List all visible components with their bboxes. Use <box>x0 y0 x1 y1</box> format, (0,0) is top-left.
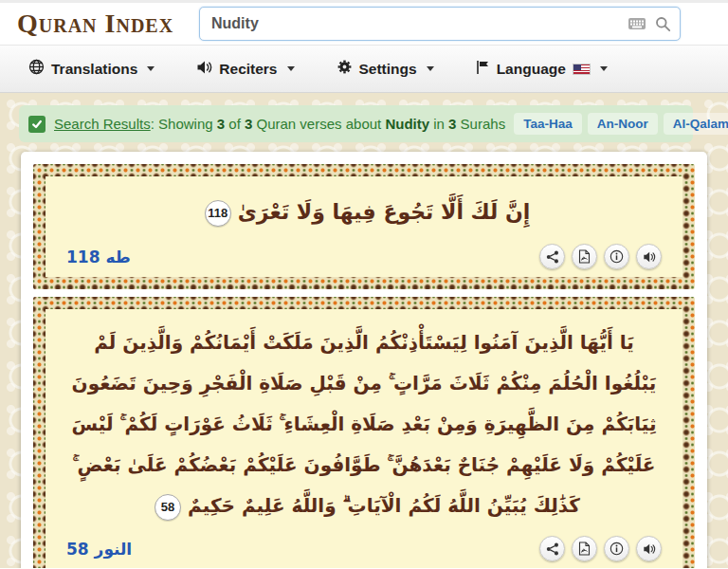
results-container: إِنَّ لَكَ أَلَّا تَجُوعَ فِيهَا وَلَا ت… <box>21 152 707 568</box>
verse-card: إِنَّ لَكَ أَلَّا تَجُوعَ فِيهَا وَلَا ت… <box>33 164 695 289</box>
search-icon[interactable] <box>655 16 671 32</box>
tag-taa-haa[interactable]: Taa-Haa <box>514 113 582 135</box>
search-term: Nudity <box>385 116 429 132</box>
us-flag-icon <box>573 64 591 75</box>
audio-icon[interactable] <box>636 244 662 269</box>
share-icon[interactable] <box>539 244 565 269</box>
verse-arabic: يَا أَيُّهَا الَّذِينَ آمَنُوا لِيَسْتَأ… <box>72 331 657 517</box>
nav-settings-label: Settings <box>359 61 417 78</box>
chevron-down-icon <box>147 66 155 71</box>
gear-icon <box>337 59 353 79</box>
chevron-down-icon <box>427 66 434 71</box>
chevron-down-icon <box>287 66 295 71</box>
tag-an-noor[interactable]: An-Noor <box>588 113 658 135</box>
nav-reciters-label: Reciters <box>219 61 277 78</box>
header: Quran Index <box>0 3 728 46</box>
search-input[interactable] <box>199 7 681 41</box>
search-bar <box>199 7 681 41</box>
pdf-icon[interactable] <box>572 244 597 269</box>
nav-translations-label: Translations <box>51 61 137 78</box>
verse-actions <box>539 536 662 561</box>
nav-translations[interactable]: Translations <box>28 59 155 79</box>
nav-language-label: Language <box>497 61 566 78</box>
globe-icon <box>28 59 45 79</box>
chevron-down-icon <box>600 66 608 71</box>
results-summary: Search Results: Showing 3 of 3 Quran ver… <box>54 116 505 132</box>
page-background: Search Results: Showing 3 of 3 Quran ver… <box>0 93 728 568</box>
surah-tags: Taa-Haa An-Noor Al-Qalam <box>514 113 728 135</box>
verse-arabic: إِنَّ لَكَ أَلَّا تَجُوعَ فِيهَا وَلَا ت… <box>238 200 531 224</box>
info-icon[interactable] <box>604 244 629 269</box>
flag-icon <box>476 60 490 79</box>
checkbox-check-icon <box>28 116 46 133</box>
search-results-banner: Search Results: Showing 3 of 3 Quran ver… <box>19 105 693 142</box>
ayah-number-badge: 118 <box>205 200 231 227</box>
nav-language[interactable]: Language <box>476 60 608 79</box>
audio-icon[interactable] <box>636 536 662 561</box>
tag-al-qalam[interactable]: Al-Qalam <box>664 113 728 135</box>
verse-actions <box>539 244 662 269</box>
verse-card: يَا أَيُّهَا الَّذِينَ آمَنُوا لِيَسْتَأ… <box>33 297 695 568</box>
speaker-icon <box>196 60 212 79</box>
verse-text: إِنَّ لَكَ أَلَّا تَجُوعَ فِيهَا وَلَا ت… <box>66 190 662 234</box>
main-nav: Translations Reciters Settings Language <box>0 46 728 93</box>
surah-reference-link[interactable]: طه 118 <box>66 248 131 266</box>
verse-text: يَا أَيُّهَا الَّذِينَ آمَنُوا لِيَسْتَأ… <box>66 322 662 526</box>
virtual-keyboard-icon[interactable] <box>628 17 646 30</box>
nav-settings[interactable]: Settings <box>337 59 434 79</box>
site-logo[interactable]: Quran Index <box>17 10 173 37</box>
share-icon[interactable] <box>539 536 565 561</box>
ayah-number-badge: 58 <box>155 494 181 521</box>
info-icon[interactable] <box>604 536 629 561</box>
surah-reference-link[interactable]: النور 58 <box>66 540 132 559</box>
pdf-icon[interactable] <box>572 536 597 561</box>
search-results-link[interactable]: Search Results <box>54 116 151 132</box>
nav-reciters[interactable]: Reciters <box>196 60 294 79</box>
